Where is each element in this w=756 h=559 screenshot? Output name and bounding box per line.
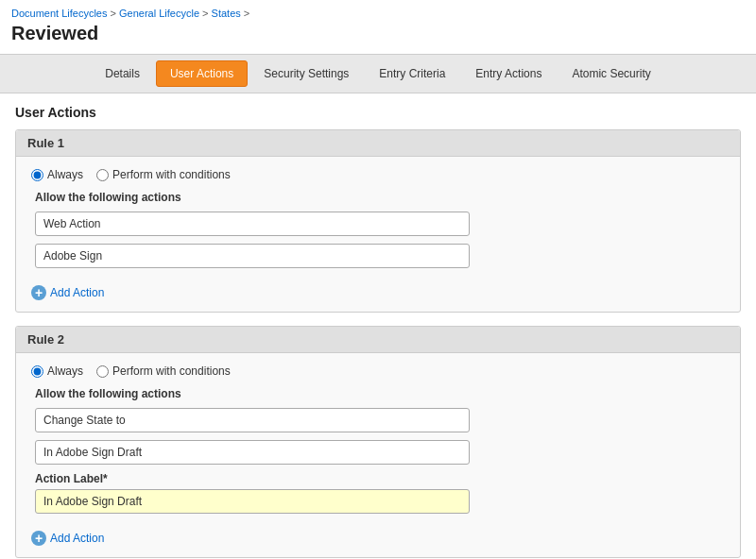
rule-2-dropdown-2-wrapper: In Adobe Sign Draft Approved Rejected	[35, 440, 725, 465]
scroll-area[interactable]: Rule 1 Always Perform with conditions Al…	[15, 129, 741, 559]
rule-2-dropdown-1-wrapper: Web Action Change State to Send Email	[35, 408, 725, 432]
rule-2-plus-icon: +	[31, 531, 46, 546]
rule-2-allow-label: Allow the following actions	[35, 387, 725, 400]
rule-2-action-label-title: Action Label*	[35, 472, 725, 485]
rule-1-header: Rule 1	[16, 130, 740, 157]
rule-2-perform-radio[interactable]	[96, 365, 109, 378]
tab-atomic-security[interactable]: Atomic Security	[558, 60, 664, 87]
rule-1-always-label[interactable]: Always	[31, 168, 83, 181]
rule-2-header: Rule 2	[16, 327, 740, 353]
rule-1-always-radio[interactable]	[31, 169, 43, 181]
rule-2-dropdown-1[interactable]: Web Action Change State to Send Email	[35, 408, 470, 432]
page-title: Reviewed	[11, 23, 745, 44]
rule-1-perform-label[interactable]: Perform with conditions	[96, 168, 231, 181]
breadcrumb-general-lifecycle[interactable]: General Lifecycle	[119, 8, 199, 19]
rule-2-box: Rule 2 Always Perform with conditions Al…	[15, 326, 741, 558]
tab-security-settings[interactable]: Security Settings	[249, 60, 363, 87]
rule-1-dropdown-2-wrapper: Adobe Sign Approve Reject	[35, 244, 725, 268]
rule-2-radio-row: Always Perform with conditions	[31, 364, 725, 378]
breadcrumb-document-lifecycles[interactable]: Document Lifecycles	[11, 8, 108, 19]
header-area: Document Lifecycles > General Lifecycle …	[0, 0, 756, 54]
breadcrumb-states[interactable]: States	[212, 8, 241, 19]
rule-1-add-action-button[interactable]: + Add Action	[31, 285, 104, 300]
rule-1-dropdown-1[interactable]: Web Action Change State to Send Email	[35, 212, 470, 236]
rule-2-always-radio[interactable]	[31, 365, 43, 378]
section-title: User Actions	[15, 105, 741, 120]
tab-entry-criteria[interactable]: Entry Criteria	[365, 60, 459, 87]
rule-2-perform-label[interactable]: Perform with conditions	[96, 364, 231, 378]
tab-details[interactable]: Details	[91, 60, 154, 87]
tabs-bar: Details User Actions Security Settings E…	[0, 54, 756, 93]
rule-1-dropdown-2[interactable]: Adobe Sign Approve Reject	[35, 244, 470, 268]
rule-1-dropdown-1-wrapper: Web Action Change State to Send Email	[35, 212, 725, 236]
rule-2-add-action-row: + Add Action	[31, 523, 725, 546]
rule-1-plus-icon: +	[31, 285, 46, 300]
main-content: User Actions Rule 1 Always Perform with …	[0, 93, 756, 559]
tab-user-actions[interactable]: User Actions	[156, 60, 248, 87]
rule-2-always-label[interactable]: Always	[31, 364, 83, 378]
rule-1-body: Always Perform with conditions Allow the…	[16, 157, 740, 312]
rule-1-add-action-row: + Add Action	[31, 278, 725, 300]
rule-1-box: Rule 1 Always Perform with conditions Al…	[15, 129, 741, 313]
rule-1-perform-radio[interactable]	[96, 169, 109, 181]
rule-2-action-label-input[interactable]	[35, 489, 470, 514]
rule-2-dropdown-2[interactable]: In Adobe Sign Draft Approved Rejected	[35, 440, 470, 465]
rule-1-allow-label: Allow the following actions	[35, 191, 725, 204]
breadcrumb: Document Lifecycles > General Lifecycle …	[11, 8, 745, 19]
rule-2-body: Always Perform with conditions Allow the…	[16, 353, 740, 557]
rule-2-action-label-section: Action Label*	[35, 472, 725, 514]
tab-entry-actions[interactable]: Entry Actions	[461, 60, 556, 87]
rule-2-add-action-button[interactable]: + Add Action	[31, 531, 104, 546]
rule-1-radio-row: Always Perform with conditions	[31, 168, 725, 181]
